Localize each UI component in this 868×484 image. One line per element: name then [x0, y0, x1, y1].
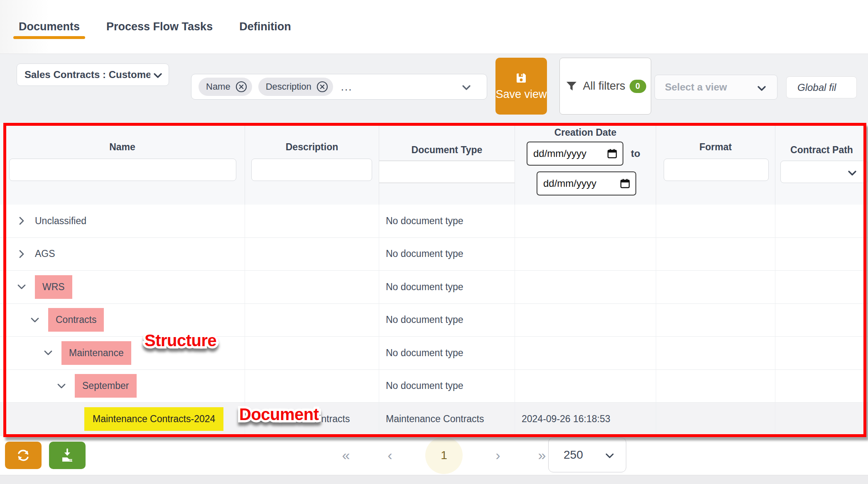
row-name-label: Contracts	[48, 308, 104, 332]
name-cell: Maintenance Contracts-2024	[0, 403, 245, 435]
previous-page-icon[interactable]: ‹	[381, 447, 399, 463]
chevron-down-icon[interactable]	[56, 380, 67, 392]
document-type-cell: No document type	[379, 238, 515, 271]
refresh-button[interactable]	[5, 442, 42, 469]
contract-path-cell	[775, 337, 868, 369]
save-view-button[interactable]: Save view	[495, 58, 547, 115]
description-filter-input[interactable]	[251, 159, 372, 181]
chevron-right-icon[interactable]	[16, 248, 27, 260]
chevron-down-icon	[603, 450, 616, 462]
format-cell	[656, 370, 775, 403]
context-select[interactable]: Sales Contracts : Customer	[17, 64, 169, 86]
name-cell: AGS	[0, 238, 245, 271]
first-page-icon[interactable]: «	[337, 447, 355, 463]
column-header-format: Format	[656, 123, 775, 205]
chevron-down-icon[interactable]	[42, 347, 54, 359]
column-header-description: Description	[245, 123, 379, 205]
global-filter-input[interactable]	[786, 76, 857, 98]
remove-chip-icon[interactable]	[316, 80, 329, 93]
chip-name: Name	[199, 78, 252, 96]
contract-path-select[interactable]	[780, 161, 868, 183]
tab-process-flow-tasks-label: Process Flow Tasks	[106, 20, 213, 33]
tab-definition[interactable]: Definition	[239, 0, 291, 54]
contract-path-cell	[775, 271, 868, 303]
description-cell	[245, 337, 379, 369]
funnel-icon	[564, 79, 579, 93]
row-name-label: Unclassified	[35, 215, 86, 227]
name-cell: September	[0, 370, 245, 403]
pagination: « ‹ 1 › »	[337, 436, 551, 475]
creation-date-cell	[515, 271, 656, 303]
column-header-contract-path: Contract Path	[775, 123, 868, 205]
chevron-down-icon	[846, 167, 858, 179]
bottom-strip	[0, 475, 868, 484]
download-button[interactable]	[49, 442, 86, 469]
creation-date-cell	[515, 304, 656, 337]
contract-path-cell	[775, 304, 868, 337]
page-size-select[interactable]: 250	[548, 438, 626, 472]
column-label: Creation Date	[515, 127, 656, 138]
table-row[interactable]: UnclassifiedNo document type	[0, 205, 868, 238]
description-cell	[245, 238, 379, 271]
chevron-down-icon[interactable]	[16, 281, 27, 293]
chip-description: Description	[258, 78, 333, 96]
name-cell: Unclassified	[0, 205, 245, 237]
contract-path-cell	[775, 370, 868, 403]
document-type-filter-input[interactable]	[379, 161, 515, 183]
row-name-label: WRS	[35, 275, 72, 299]
table-header: Name Description Document Type Creation …	[0, 123, 868, 205]
column-label: Format	[656, 142, 775, 153]
chip-description-label: Description	[266, 81, 311, 92]
creation-date-cell	[515, 337, 656, 369]
save-icon	[515, 71, 528, 85]
tab-documents[interactable]: Documents	[19, 0, 80, 54]
creation-date-from-input[interactable]	[527, 142, 623, 166]
current-page-indicator[interactable]: 1	[425, 437, 463, 474]
column-label: Contract Path	[775, 144, 868, 156]
column-label: Name	[0, 142, 245, 153]
chevron-down-icon[interactable]	[29, 314, 41, 326]
toolbar: Sales Contracts : Customer Name Descript…	[0, 54, 868, 123]
creation-date-to-input[interactable]	[537, 171, 636, 196]
remove-chip-icon[interactable]	[235, 80, 248, 93]
format-cell	[656, 337, 775, 369]
date-to-field[interactable]	[543, 178, 606, 189]
view-select[interactable]: Select a view	[655, 75, 777, 100]
tab-process-flow-tasks[interactable]: Process Flow Tasks	[106, 0, 213, 54]
description-cell	[245, 271, 379, 303]
chevron-down-icon[interactable]	[460, 81, 473, 94]
all-filters-label: All filters	[583, 80, 625, 93]
next-page-icon[interactable]: ›	[489, 447, 507, 463]
date-range-to-label: to	[631, 148, 640, 159]
column-header-name: Name	[0, 123, 245, 205]
table-row[interactable]: SeptemberNo document type	[0, 370, 868, 403]
chevron-right-icon[interactable]	[16, 215, 27, 227]
document-type-cell: No document type	[379, 304, 515, 337]
table-row[interactable]: MaintenanceNo document type	[0, 337, 868, 370]
name-filter-input[interactable]	[9, 159, 236, 181]
column-header-creation-date: Creation Date to	[515, 123, 656, 205]
format-filter-input[interactable]	[664, 159, 769, 181]
creation-date-cell	[515, 370, 656, 403]
table-row[interactable]: WRSNo document type	[0, 271, 868, 304]
table-row[interactable]: Maintenance Contracts-2024Maintenance Co…	[0, 403, 868, 436]
calendar-icon[interactable]	[607, 148, 618, 159]
table-row[interactable]: ContractsNo document type	[0, 304, 868, 337]
date-from-field[interactable]	[533, 148, 596, 159]
creation-date-cell	[515, 205, 656, 237]
refresh-icon	[15, 447, 32, 464]
calendar-icon[interactable]	[620, 178, 630, 189]
document-type-cell: No document type	[379, 205, 515, 237]
context-select-label: Sales Contracts : Customer	[25, 69, 150, 81]
tab-documents-label: Documents	[19, 20, 80, 33]
column-chips-box[interactable]: Name Description ...	[191, 74, 487, 100]
name-cell: Maintenance	[0, 337, 245, 369]
format-cell	[656, 205, 775, 237]
column-label: Description	[245, 142, 379, 153]
all-filters-button[interactable]: All filters 0	[559, 58, 651, 115]
name-cell: WRS	[0, 271, 245, 303]
format-cell	[656, 271, 775, 303]
table-row[interactable]: AGSNo document type	[0, 238, 868, 271]
chips-overflow-ellipsis: ...	[341, 81, 353, 93]
description-cell	[245, 370, 379, 403]
